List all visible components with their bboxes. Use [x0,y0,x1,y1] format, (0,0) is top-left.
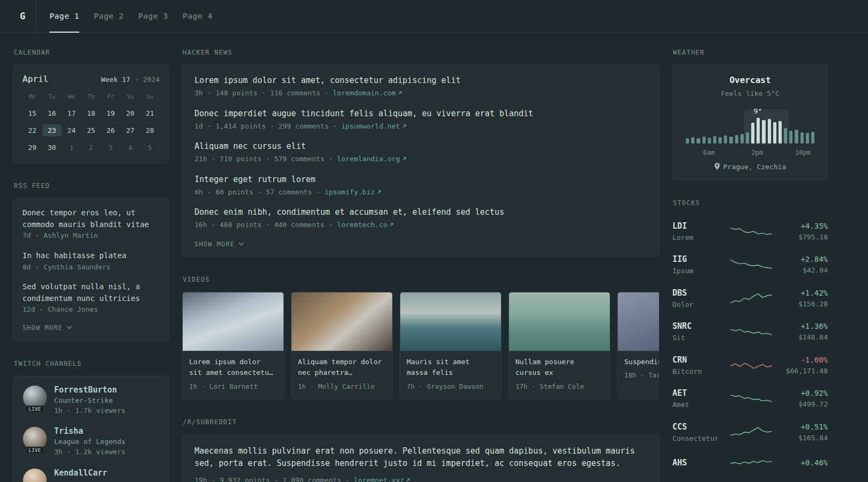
twitch-channel-name[interactable]: ForrestBurton [54,385,125,395]
video-card[interactable]: Aliquam tempor dolor nec pharetra… 1h · … [291,292,393,399]
stock-row[interactable]: LDI Lorem +4.35% $795.18 [672,215,828,249]
video-title[interactable]: Suspendisse diam [624,358,659,366]
calendar-day[interactable]: 27 [121,124,140,137]
stock-sparkline [730,324,773,340]
weather-bar [746,132,749,143]
nav-tab[interactable]: Page 1 [49,0,79,32]
twitch-channel-name[interactable]: Trisha [54,426,125,436]
reddit-domain-link[interactable]: loremnet.xyz [354,476,410,482]
hn-item-title[interactable]: Donec enim nibh, condimentum et accumsan… [194,207,647,217]
weather-peak-temp: 9° [754,107,762,115]
video-title[interactable]: Mauris sit amet massa felis [407,358,469,377]
video-thumbnail[interactable] [400,292,501,351]
video-card[interactable]: Mauris sit amet massa felis 7h · Grayson… [400,292,502,399]
hn-item-title[interactable]: Integer eget rutrum lorem [194,175,647,184]
stock-row[interactable]: IIG Ipsum +2.84% $42.04 [672,248,828,282]
calendar-day[interactable]: 2 [81,141,101,154]
video-title[interactable]: Aliquam tempor dolor nec pharetra… [298,358,382,377]
calendar-day[interactable]: 25 [81,124,101,137]
hn-item-title[interactable]: Donec imperdiet augue tincidunt felis al… [194,109,647,118]
calendar-day[interactable]: 30 [42,141,62,154]
calendar-day[interactable]: 22 [23,124,42,137]
stock-row[interactable]: DBS Dolor +1.42% $156.28 [672,282,828,316]
weather-location-label: Prague, Czechia [723,163,786,171]
hackernews-card: Lorem ipsum dolor sit amet, consectetur … [182,65,659,257]
nav-tab[interactable]: Page 3 [138,0,168,32]
twitch-game[interactable]: League of Legends [54,438,125,446]
video-card[interactable]: Lorem ipsum dolor sit amet consectetu… 1… [182,292,284,399]
twitch-channel-name[interactable]: KendallCarr [54,468,107,478]
calendar-day[interactable]: 17 [62,107,81,119]
weather-feels-like: Feels like 5°C [682,88,819,99]
external-link-icon [402,156,407,161]
calendar-day[interactable]: 21 [140,107,160,119]
calendar-day[interactable]: 5 [140,141,160,154]
twitch-channel[interactable]: LIVE KendallCarr [23,468,160,482]
calendar-day[interactable]: 29 [23,141,42,154]
nav-tab[interactable]: Page 2 [94,0,124,32]
stock-row[interactable]: AHS +0.46% [672,449,828,477]
stock-row[interactable]: CCS Consectetur +0.51% $165.84 [672,416,828,450]
calendar-day[interactable]: 18 [81,107,101,119]
twitch-avatar-wrap: LIVE [23,426,47,451]
stock-values: +0.92% $499.72 [779,389,828,410]
rss-show-more-button[interactable]: SHOW MORE [23,324,72,332]
twitch-channel[interactable]: LIVE ForrestBurton Counter-Strike 1h · 1… [23,385,160,416]
rss-item: Donec tempor eros leo, ut commodo mauris… [23,207,160,241]
hn-domain-link[interactable]: loremlandia.org [337,155,406,163]
app-logo[interactable]: G [13,0,36,32]
rss-item-title[interactable]: In hac habitasse platea [23,251,126,260]
subreddit-card: Maecenas mollis pulvinar erat non posuer… [182,434,659,482]
calendar-dow-label: Tu [42,93,62,100]
hn-show-more-button[interactable]: SHOW MORE [194,240,244,248]
twitch-game[interactable]: Counter-Strike [54,396,125,404]
video-title[interactable]: Nullam posuere cursus ex [515,358,574,377]
twitch-channel-info: Trisha League of Legends 3h · 1.2k viewe… [54,426,125,457]
calendar-day[interactable]: 1 [62,141,81,154]
rss-item-meta: 12d · Chance Jones [23,304,160,315]
calendar-day[interactable]: 19 [101,107,121,119]
video-thumbnail[interactable] [291,292,392,351]
stock-row[interactable]: AET Amet +0.92% $499.72 [672,382,828,416]
rss-item-title[interactable]: Sed volutpat nulla nisl, a condimentum n… [23,282,140,303]
hn-domain-link[interactable]: loremtech.co [337,221,394,229]
video-card[interactable]: Nullam posuere cursus ex 17h · Stefan Co… [508,292,610,399]
stock-name: Sit [672,333,725,343]
calendar-day[interactable]: 20 [121,107,140,119]
twitch-channel-info: KendallCarr [54,468,107,479]
rss-item-title[interactable]: Donec tempor eros leo, ut commodo mauris… [23,208,149,229]
stock-row[interactable]: SNRC Sit +1.36% $148.64 [672,315,828,349]
calendar-day[interactable]: 16 [42,107,62,119]
video-thumbnail[interactable] [509,292,610,351]
live-badge: LIVE [25,405,44,413]
hn-item-title[interactable]: Aliquam nec cursus elit [194,141,647,151]
video-thumbnail[interactable] [183,292,283,351]
calendar-day[interactable]: 28 [140,124,160,137]
hn-domain-link[interactable]: ipsumify.biz [325,188,381,196]
stock-row[interactable]: CRN Bitcorn -1.00% $66,171.48 [672,349,828,383]
reddit-post-title[interactable]: Maecenas mollis pulvinar erat non posuer… [194,445,647,470]
hn-domain-link[interactable]: ipsumworld.net [341,122,407,130]
calendar-day[interactable]: 23 [42,124,62,137]
stocks-list: LDI Lorem +4.35% $795.18 IIG Ipsum [672,215,828,478]
calendar-day[interactable]: 4 [121,141,140,154]
video-card[interactable]: Suspendisse diam 18h · Tara [617,292,659,399]
hn-domain-link[interactable]: loremdomain.com [333,89,402,97]
stock-price: $795.18 [779,232,828,243]
stock-id: CCS Consectetur [672,422,725,444]
calendar-day[interactable]: 26 [101,124,121,137]
calendar-day[interactable]: 24 [62,124,81,137]
videos-widget: VIDEOS Lorem ipsum dolor sit amet consec… [182,276,659,399]
calendar-dow-label: Th [81,93,101,100]
hn-item-title[interactable]: Lorem ipsum dolor sit amet, consectetur … [194,76,647,85]
calendar-day[interactable]: 15 [23,107,42,119]
stock-price: $165.84 [779,433,828,443]
video-title[interactable]: Lorem ipsum dolor sit amet consectetu… [189,358,273,377]
rss-widget-title: RSS FEED [14,182,169,190]
calendar-dow-row: MoTuWeThFrSaSu [23,93,160,100]
calendar-day[interactable]: 3 [101,141,121,154]
nav-tab[interactable]: Page 4 [183,0,213,32]
video-thumbnail[interactable] [618,292,659,351]
twitch-channel[interactable]: LIVE Trisha League of Legends 3h · 1.2k … [23,426,160,457]
videos-widget-title: VIDEOS [183,276,659,283]
